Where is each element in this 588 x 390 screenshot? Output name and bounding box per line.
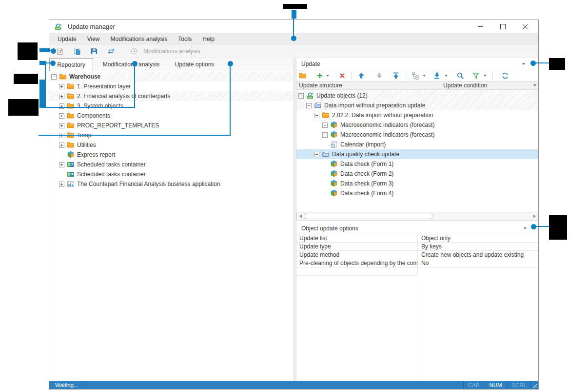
- tree-row[interactable]: Scheduled tasks container: [49, 169, 294, 179]
- tree-row[interactable]: Calendar (import): [296, 140, 538, 149]
- tab-update-options[interactable]: Update options: [172, 58, 217, 70]
- tree-row[interactable]: Data check (Form 2): [296, 169, 538, 179]
- tree-item-label[interactable]: Utilities: [77, 142, 96, 148]
- tree-row[interactable]: Macroeconomic indicators (forecast): [296, 120, 538, 130]
- chevron-down-icon[interactable]: [524, 227, 527, 229]
- menu-modifications-analysis[interactable]: Modifications analysis: [105, 33, 173, 45]
- menu-view[interactable]: View: [82, 33, 105, 45]
- move-up-button[interactable]: [357, 72, 368, 82]
- import-dropdown-icon[interactable]: [445, 75, 448, 77]
- tree-item-label[interactable]: Update objects (12): [316, 92, 368, 99]
- tree-item-label[interactable]: 2.02.2. Data import without preparation: [332, 112, 433, 119]
- tree-row[interactable]: Data check (Form 3): [296, 179, 538, 188]
- menu-tools[interactable]: Tools: [173, 33, 197, 45]
- collapse-icon[interactable]: [314, 113, 319, 118]
- expand-icon[interactable]: [59, 182, 64, 187]
- tree-item-label[interactable]: Warehouse: [69, 73, 100, 80]
- filter-dropdown-icon[interactable]: [484, 75, 487, 77]
- resize-grip[interactable]: [532, 383, 537, 388]
- expand-icon[interactable]: [59, 143, 64, 148]
- column-update-condition[interactable]: Update condition: [443, 82, 487, 89]
- tree-row[interactable]: Data check (Form 1): [296, 159, 538, 169]
- structure-button[interactable]: [412, 72, 422, 82]
- tree-item-label[interactable]: Data check (Form 1): [340, 161, 393, 167]
- scroll-right-button[interactable]: [531, 212, 538, 220]
- tree-item-label[interactable]: 2. Financial analysis of counterparts: [77, 93, 170, 100]
- property-row[interactable]: Update typeBy keys: [296, 243, 538, 251]
- property-row[interactable]: Update methodCreate new objects and upda…: [296, 251, 538, 259]
- property-row[interactable]: Update listObject only: [296, 234, 538, 243]
- move-top-button[interactable]: [392, 72, 402, 82]
- tree-item-label[interactable]: 3. System objects: [77, 103, 123, 109]
- tree-item-label[interactable]: Calendar (import): [340, 141, 386, 148]
- tree-row[interactable]: Macroeconomic indicators (forecast): [296, 130, 538, 140]
- tree-row[interactable]: PROC_REPORT_TEMPLATES: [49, 121, 294, 130]
- tree-row[interactable]: The Countepart Financial Analysis busine…: [49, 179, 294, 189]
- refresh-button[interactable]: [501, 72, 511, 82]
- column-update-structure[interactable]: Update structure: [299, 82, 342, 89]
- scrollbar-thumb[interactable]: [304, 213, 433, 219]
- tree-row-selected[interactable]: Data quality check update: [296, 149, 538, 159]
- expand-icon[interactable]: [322, 132, 328, 138]
- expand-icon[interactable]: [59, 113, 64, 119]
- minimize-button[interactable]: [469, 20, 491, 33]
- new-update-file-button[interactable]: [56, 47, 66, 55]
- copy-button[interactable]: [73, 47, 83, 55]
- tree-row[interactable]: 1. Presentation layer: [49, 82, 294, 91]
- menu-update[interactable]: Update: [52, 33, 82, 45]
- collapse-icon[interactable]: [298, 93, 304, 99]
- chevron-down-icon[interactable]: [522, 63, 525, 65]
- close-button[interactable]: [514, 20, 536, 33]
- tree-row[interactable]: Warehouse: [49, 72, 294, 82]
- delete-button[interactable]: [338, 72, 349, 82]
- collapse-icon[interactable]: [51, 74, 57, 80]
- expand-icon[interactable]: [59, 84, 64, 89]
- tree-row[interactable]: Components: [49, 111, 294, 121]
- tree-item-label[interactable]: Macroeconomic indicators (forecast): [340, 131, 434, 138]
- move-down-button[interactable]: [375, 72, 386, 82]
- tree-row[interactable]: 2. Financial analysis of counterparts: [49, 91, 294, 101]
- expand-icon[interactable]: [59, 94, 64, 99]
- expand-icon[interactable]: [59, 123, 64, 128]
- property-value[interactable]: Object only: [418, 235, 451, 242]
- tree-item-label[interactable]: The Countepart Financial Analysis busine…: [77, 181, 220, 187]
- tree-item-label[interactable]: 1. Presentation layer: [77, 83, 131, 90]
- tree-row[interactable]: Express report: [49, 150, 294, 160]
- tree-item-label[interactable]: PROC_REPORT_TEMPLATES: [77, 122, 159, 129]
- tree-item-label[interactable]: Scheduled tasks container: [77, 161, 146, 168]
- expand-icon[interactable]: [59, 162, 64, 167]
- property-row[interactable]: Pre-cleaning of objects depending by the…: [296, 259, 538, 267]
- maximize-button[interactable]: [491, 20, 514, 33]
- tree-row[interactable]: Scheduled tasks container: [49, 160, 294, 169]
- update-combo-header[interactable]: Update: [296, 58, 538, 70]
- search-button[interactable]: [456, 72, 467, 82]
- menu-help[interactable]: Help: [197, 33, 220, 45]
- tree-item-label[interactable]: Data import without preparation update: [324, 102, 425, 109]
- tree-row[interactable]: Utilities: [49, 140, 294, 150]
- tree-row[interactable]: Data import without preparation update: [296, 101, 538, 110]
- tree-item-label[interactable]: Data check (Form 4): [340, 190, 393, 197]
- tree-row[interactable]: 3. System objects: [49, 101, 294, 111]
- property-value[interactable]: No: [418, 260, 429, 267]
- tree-item-label[interactable]: Data quality check update: [332, 151, 399, 158]
- tree-row[interactable]: 2.02.2. Data import without preparation: [296, 110, 538, 120]
- structure-dropdown-icon[interactable]: [423, 75, 426, 77]
- property-value[interactable]: Create new objects and update existing: [418, 251, 524, 258]
- scroll-left-button[interactable]: [297, 212, 304, 220]
- collapse-icon[interactable]: [314, 152, 319, 157]
- expand-icon[interactable]: [322, 123, 328, 128]
- add-dropdown-icon[interactable]: [326, 75, 329, 77]
- horizontal-scrollbar[interactable]: [296, 212, 538, 221]
- sync-button[interactable]: [107, 47, 118, 55]
- tree-item-label[interactable]: Components: [77, 112, 110, 119]
- tree-item-label[interactable]: Macroeconomic indicators (forecast): [340, 122, 434, 128]
- tree-item-label[interactable]: Express report: [77, 151, 115, 158]
- column-divider[interactable]: [441, 82, 441, 89]
- import-button[interactable]: [433, 72, 443, 82]
- property-value[interactable]: By keys: [418, 243, 442, 250]
- collapse-icon[interactable]: [306, 103, 312, 108]
- add-button[interactable]: [316, 72, 326, 82]
- tree-row[interactable]: Data check (Form 4): [296, 188, 538, 198]
- modifications-analysis-button[interactable]: Modifications analysis: [130, 47, 200, 55]
- tab-modifications-analysis[interactable]: Modifications analysis: [104, 58, 158, 70]
